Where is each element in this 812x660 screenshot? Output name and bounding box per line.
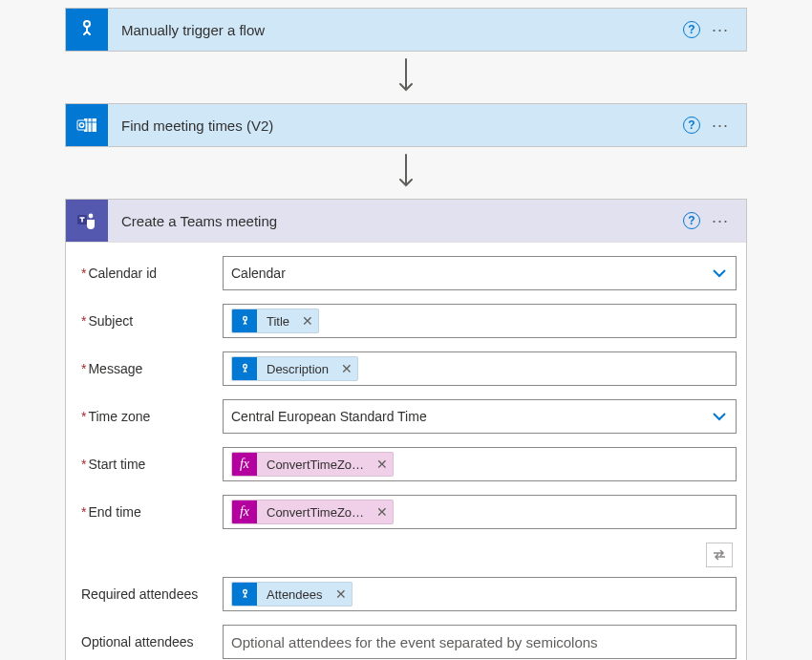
label-start-time: *Start time xyxy=(74,457,223,472)
action-card-find-meeting[interactable]: Find meeting times (V2) ? ··· xyxy=(65,103,747,147)
label-subject: *Subject xyxy=(74,313,223,329)
optional-attendees-input[interactable] xyxy=(223,625,737,659)
touch-icon xyxy=(232,309,257,333)
token-title[interactable]: Title ✕ xyxy=(231,309,319,333)
label-message: *Message xyxy=(74,361,223,376)
teams-icon xyxy=(66,200,108,242)
svg-point-8 xyxy=(243,589,246,593)
fx-icon: fx xyxy=(232,500,257,524)
token-remove-icon[interactable]: ✕ xyxy=(336,356,357,381)
svg-rect-2 xyxy=(77,120,86,130)
token-remove-icon[interactable]: ✕ xyxy=(297,309,318,333)
label-end-time: *End time xyxy=(74,504,223,520)
action-card-create-teams-meeting: Create a Teams meeting ? ··· *Calendar i… xyxy=(65,199,747,660)
label-calendar-id: *Calendar id xyxy=(74,266,223,281)
touch-icon xyxy=(232,356,257,381)
trigger-card-manual[interactable]: Manually trigger a flow ? ··· xyxy=(65,8,747,52)
label-time-zone: *Time zone xyxy=(74,409,223,424)
action-title: Create a Teams meeting xyxy=(108,213,683,229)
start-time-input[interactable]: fx ConvertTimeZo… ✕ xyxy=(223,447,737,481)
touch-icon xyxy=(232,582,257,607)
action-header[interactable]: Create a Teams meeting ? ··· xyxy=(66,200,746,242)
svg-point-4 xyxy=(89,214,94,219)
flow-arrow-icon xyxy=(395,147,417,199)
svg-point-6 xyxy=(243,316,246,320)
token-convert-time-zone[interactable]: fx ConvertTimeZo… ✕ xyxy=(231,452,394,477)
flow-arrow-icon xyxy=(395,52,417,103)
calendar-id-select[interactable]: Calendar xyxy=(223,256,737,290)
more-icon[interactable]: ··· xyxy=(706,15,735,44)
swap-button[interactable] xyxy=(706,543,733,567)
chevron-down-icon xyxy=(711,408,728,425)
required-attendees-input[interactable]: Attendees ✕ xyxy=(223,577,737,611)
chevron-down-icon xyxy=(711,265,728,282)
label-optional-attendees: Optional attendees xyxy=(74,634,223,649)
more-icon[interactable]: ··· xyxy=(706,206,735,235)
token-remove-icon[interactable]: ✕ xyxy=(372,452,393,477)
svg-point-7 xyxy=(243,364,246,368)
token-attendees[interactable]: Attendees ✕ xyxy=(231,582,353,607)
more-icon[interactable]: ··· xyxy=(706,111,735,139)
touch-icon xyxy=(66,9,108,51)
trigger-title: Manually trigger a flow xyxy=(108,22,683,38)
calendar-id-value: Calendar xyxy=(231,266,286,281)
token-remove-icon[interactable]: ✕ xyxy=(372,500,393,524)
token-description[interactable]: Description ✕ xyxy=(231,356,358,381)
time-zone-select[interactable]: Central European Standard Time xyxy=(223,399,737,434)
outlook-calendar-icon xyxy=(66,104,108,146)
end-time-input[interactable]: fx ConvertTimeZo… ✕ xyxy=(223,495,737,529)
message-input[interactable]: Description ✕ xyxy=(223,351,737,386)
optional-attendees-field[interactable] xyxy=(231,626,728,658)
help-icon[interactable]: ? xyxy=(683,117,700,134)
label-required-attendees: Required attendees xyxy=(74,586,223,602)
help-icon[interactable]: ? xyxy=(683,21,700,38)
time-zone-value: Central European Standard Time xyxy=(231,409,427,424)
action-title: Find meeting times (V2) xyxy=(108,117,683,134)
fx-icon: fx xyxy=(232,452,257,477)
subject-input[interactable]: Title ✕ xyxy=(223,304,737,338)
help-icon[interactable]: ? xyxy=(683,212,700,229)
token-convert-time-zone[interactable]: fx ConvertTimeZo… ✕ xyxy=(231,500,394,524)
token-remove-icon[interactable]: ✕ xyxy=(331,582,352,607)
